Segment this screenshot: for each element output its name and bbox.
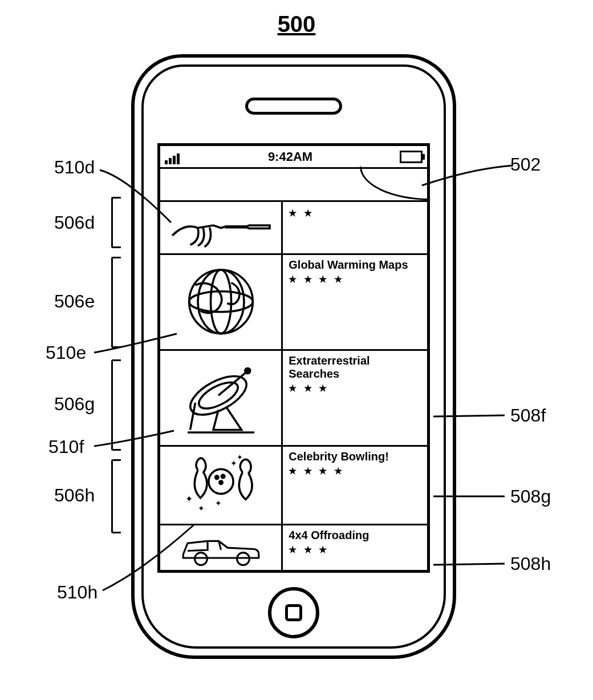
screen: 9:42AM [157,143,430,573]
callout-506g: 506g [54,394,95,415]
callout-510h: 510h [57,582,98,603]
callout-508g: 508g [510,486,551,507]
callout-506e: 506e [54,291,95,312]
phone-body: 9:42AM [131,54,456,659]
rating-stars: ★ ★ ★ [289,383,421,394]
list-item[interactable]: 4x4 Offroading ★ ★ ★ [160,525,427,570]
status-bar: 9:42AM [160,146,427,169]
svg-text:✦: ✦ [185,493,192,504]
callout-510f: 510f [48,436,84,458]
globe-icon [160,255,283,349]
list-item[interactable]: Global Warming Maps ★ ★ ★ ★ [160,255,427,351]
brace-506d [111,197,113,248]
header-swoop [360,167,430,200]
svg-point-11 [221,475,224,478]
callout-508h: 508h [510,553,551,574]
svg-text:✦: ✦ [198,504,205,513]
svg-text:✦: ✦ [214,499,221,508]
callout-508f: 508f [510,405,546,426]
bowling-icon: ✦ ✦ ✦ ✦ ✦ [160,447,283,524]
svg-point-7 [245,369,250,374]
app-list[interactable]: ★ ★ [160,202,427,570]
list-item-title: Extraterrestrial Searches [289,354,421,381]
callout-506d: 506d [54,212,95,233]
rating-stars: ★ ★ [289,208,421,219]
callout-506h: 506h [54,485,95,506]
header-band [160,169,427,202]
figure-number: 500 [0,11,593,37]
status-time: 9:42AM [268,149,312,164]
brace-506h [111,459,113,533]
rating-stars: ★ ★ ★ ★ [289,466,421,476]
callout-510d: 510d [54,157,95,178]
svg-point-12 [219,481,222,484]
svg-point-10 [215,476,218,479]
callout-510e: 510e [46,342,86,363]
battery-icon [400,151,423,163]
satellite-dish-icon [160,351,283,445]
list-item[interactable]: ★ ★ [160,202,427,255]
list-item-title: Celebrity Bowling! [289,450,421,463]
earpiece-icon [245,98,342,115]
callout-502: 502 [510,154,541,175]
brace-506g [111,359,113,451]
brace-506e [111,257,113,348]
list-item[interactable]: ✦ ✦ ✦ ✦ ✦ Celebrity Bowling! ★ ★ ★ ★ [160,447,427,525]
list-item-title: Global Warming Maps [289,258,421,272]
signal-icon [165,149,181,164]
rating-stars: ★ ★ ★ [289,544,421,555]
screwdriver-icon [160,202,283,253]
rating-stars: ★ ★ ★ ★ [289,274,421,285]
list-item[interactable]: Extraterrestrial Searches ★ ★ ★ [160,351,427,447]
truck-icon [160,525,283,570]
list-item-title: 4x4 Offroading [289,529,421,542]
svg-text:✦: ✦ [236,454,242,462]
home-button[interactable] [268,587,319,638]
